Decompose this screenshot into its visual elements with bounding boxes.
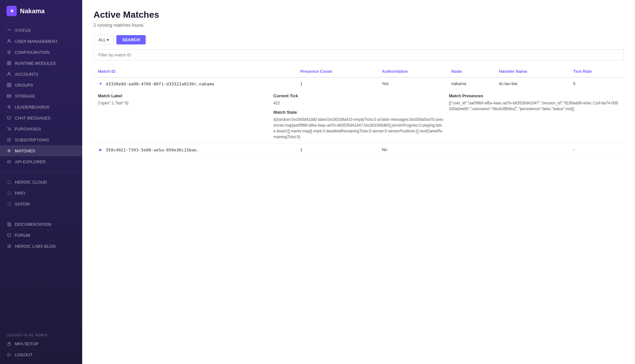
sidebar-item-label: GROUPS — [15, 83, 33, 88]
match-label-section: Match Label {"open":1,"fast":0} — [98, 93, 268, 140]
sidebar-item-label: LOGOUT — [15, 352, 33, 357]
sidebar-item-logout[interactable]: LOGOUT — [0, 349, 82, 360]
page-title: Active Matches — [93, 10, 624, 20]
forum-icon — [6, 233, 12, 238]
table-header-row: Match ID Presence Count Authoritative No… — [93, 66, 624, 77]
sidebar-item-label: ACCOUNTS — [15, 72, 38, 77]
sidebar-item-heroic-cloud[interactable]: ⬡ HEROIC CLOUD — [0, 177, 82, 187]
svg-rect-19 — [8, 343, 10, 345]
groups-icon — [6, 82, 12, 88]
match-id-cell: ▶ 358c4021-7393-5e08-ae5a-059e36c15bae. — [93, 144, 296, 156]
account-icon — [6, 72, 12, 77]
logout-icon — [6, 352, 12, 357]
sidebar-item-label: MFA SETUP — [15, 341, 38, 346]
match-id-value: d3328e9d-aa90-4766-86f1-d33321a0136c.nak… — [106, 81, 214, 86]
col-node: Node — [447, 66, 494, 77]
sidebar-item-configuration[interactable]: CONFIGURATION — [0, 47, 82, 58]
node-cell — [447, 144, 494, 156]
sidebar-item-hiro[interactable]: ⬡ HIRO — [0, 187, 82, 198]
handler-name-cell — [494, 144, 569, 156]
purchase-icon — [6, 126, 12, 131]
match-details-grid: Match Label {"open":1,"fast":0} Current … — [98, 93, 619, 140]
node-cell: nakama — [447, 77, 494, 90]
sidebar-item-accounts[interactable]: ACCOUNTS — [0, 69, 82, 80]
sidebar-item-status[interactable]: 〜 STATUS — [0, 25, 82, 36]
svg-point-0 — [8, 40, 10, 41]
svg-rect-10 — [9, 85, 11, 87]
satori-icon: ⬡ — [6, 201, 12, 206]
sidebar-item-label: SUBSCRIPTIONS — [15, 138, 49, 142]
match-presences-heading: Match Presences — [449, 93, 619, 98]
sidebar-item-label: PURCHASES — [15, 127, 41, 131]
chat-icon — [6, 115, 12, 120]
current-tick-heading: Current Tick — [273, 93, 444, 98]
sidebar-item-purchases[interactable]: PURCHASES — [0, 123, 82, 134]
all-dropdown-button[interactable]: ALL ▾ — [93, 35, 114, 45]
sidebar-item-label: STORAGE — [15, 94, 35, 99]
sidebar-item-forum[interactable]: FORUM — [0, 230, 82, 241]
matches-icon — [6, 148, 12, 153]
sidebar-item-user-management[interactable]: USER MANAGEMENT — [0, 36, 82, 47]
sidebar-item-documentation[interactable]: DOCUMENTATION — [0, 219, 82, 230]
filter-input[interactable] — [93, 49, 624, 61]
toolbar: ALL ▾ SEARCH — [93, 35, 624, 45]
svg-rect-8 — [9, 83, 11, 85]
col-match-id: Match ID — [93, 66, 296, 77]
sidebar-logo: ✦ Nakama — [0, 0, 82, 22]
handler-name-cell: tic-tac-toe — [494, 77, 569, 90]
expand-collapse-icon[interactable]: ▼ — [98, 81, 103, 86]
sidebar: ✦ Nakama 〜 STATUS USER MANAGEMENT CONFIG… — [0, 0, 82, 364]
users-icon — [6, 39, 12, 44]
sidebar-docs-nav: DOCUMENTATION FORUM HEROIC LABS BLOG — [0, 216, 82, 254]
col-presence-count: Presence Count — [296, 66, 377, 77]
tilde-icon: 〜 — [6, 28, 12, 33]
module-icon — [6, 61, 12, 66]
match-state-heading: Match State — [273, 110, 444, 115]
main-content: Active Matches 2 running matches found. … — [82, 0, 635, 364]
sidebar-item-subscriptions[interactable]: SUBSCRIPTIONS — [0, 134, 82, 145]
svg-point-13 — [8, 130, 9, 131]
sidebar-item-label: HIRO — [15, 191, 25, 196]
search-button[interactable]: SEARCH — [116, 35, 146, 44]
expand-icon[interactable]: ▶ — [98, 147, 103, 152]
table-row: ▶ 358c4021-7393-5e08-ae5a-059e36c15bae. … — [93, 144, 624, 156]
sidebar-item-runtime-modules[interactable]: RUNTIME MODULES — [0, 58, 82, 69]
svg-point-14 — [10, 130, 11, 131]
match-id-value: 358c4021-7393-5e08-ae5a-059e36c15bae. — [106, 148, 199, 152]
sidebar-item-matches[interactable]: MATCHES — [0, 145, 82, 156]
svg-rect-9 — [7, 85, 9, 87]
sidebar-item-label: FORUM — [15, 233, 30, 238]
logged-in-label: LOGGED IN AS: ADMIN — [0, 331, 82, 338]
sidebar-item-api-explorer[interactable]: API EXPLORER — [0, 156, 82, 167]
svg-rect-3 — [9, 62, 11, 63]
col-tick-rate: Tick Rate — [569, 66, 624, 77]
match-expanded-row: Match Label {"open":1,"fast":0} Current … — [93, 90, 624, 144]
col-handler-name: Handler Name — [494, 66, 569, 77]
sidebar-item-groups[interactable]: GROUPS — [0, 80, 82, 91]
sidebar-item-label: CHAT MESSAGES — [15, 116, 51, 120]
svg-rect-2 — [7, 62, 9, 63]
current-tick-value: 422 — [273, 100, 444, 106]
sidebar-external-nav: ⬡ HEROIC CLOUD ⬡ HIRO ⬡ SATORI — [0, 174, 82, 212]
sidebar-item-label: SATORI — [15, 202, 30, 206]
subscription-icon — [6, 137, 12, 142]
sidebar-item-chat-messages[interactable]: CHAT MESSAGES — [0, 112, 82, 123]
presence-count-cell: 1 — [296, 144, 377, 156]
logo-icon: ✦ — [6, 6, 17, 16]
sidebar-item-label: HEROIC CLOUD — [15, 180, 47, 185]
sidebar-item-storage[interactable]: STORAGE — [0, 91, 82, 101]
svg-rect-11 — [7, 95, 11, 96]
api-icon — [6, 159, 12, 164]
svg-rect-12 — [7, 96, 11, 98]
sidebar-item-label: MATCHES — [15, 148, 35, 153]
mfa-icon — [6, 341, 12, 346]
sidebar-item-heroic-labs-blog[interactable]: HEROIC LABS BLOG — [0, 241, 82, 252]
sidebar-item-label: HEROIC LABS BLOG — [15, 244, 56, 249]
sidebar-item-label: STATUS — [15, 28, 31, 33]
sidebar-item-leaderboards[interactable]: LEADERBOARDS — [0, 101, 82, 112]
sidebar-item-label: USER MANAGEMENT — [15, 39, 58, 44]
sidebar-item-satori[interactable]: ⬡ SATORI — [0, 198, 82, 209]
sidebar-footer: LOGGED IN AS: ADMIN MFA SETUP LOGOUT — [0, 327, 82, 364]
storage-icon — [6, 93, 12, 99]
sidebar-item-mfa-setup[interactable]: MFA SETUP — [0, 338, 82, 349]
